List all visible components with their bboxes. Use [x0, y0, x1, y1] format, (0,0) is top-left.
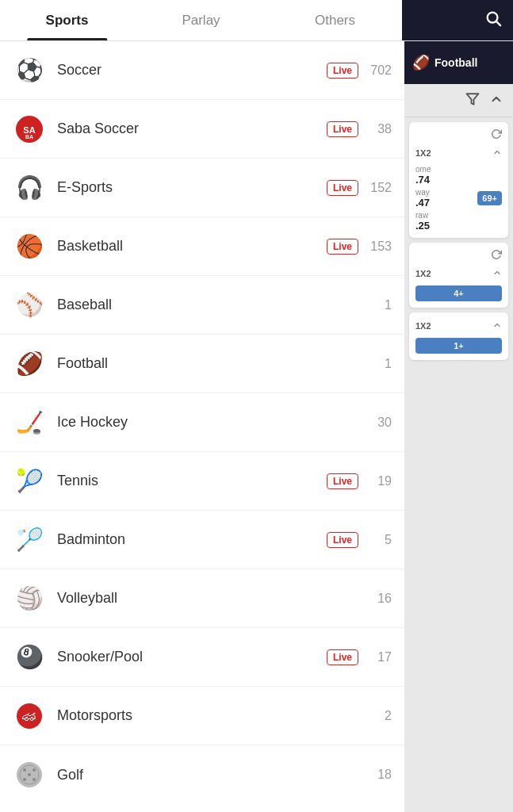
- odds-draw: raw .25: [415, 211, 502, 232]
- collapse-icon[interactable]: [489, 92, 503, 109]
- sport-name-esports: E-Sports: [57, 179, 327, 196]
- sport-count-ice-hockey: 30: [368, 416, 392, 430]
- chevron-up-icon-1[interactable]: [492, 146, 502, 160]
- live-badge-saba-soccer: Live: [327, 121, 358, 137]
- sport-item-ice-hockey[interactable]: 🏒 Ice Hockey 30: [0, 393, 404, 452]
- search-icon[interactable]: [484, 10, 502, 31]
- sport-item-snooker[interactable]: 🎱 Snooker/Pool Live 17: [0, 628, 404, 687]
- sport-name-ice-hockey: Ice Hockey: [57, 414, 368, 431]
- refresh-icon-1[interactable]: [491, 128, 502, 143]
- match-type-row-3: 1X2: [415, 319, 502, 333]
- rp-football-label: Football: [435, 56, 477, 69]
- sport-name-baseball: Baseball: [57, 297, 368, 313]
- match-card-1-header: [415, 128, 502, 143]
- sport-count-baseball: 1: [368, 298, 392, 312]
- sport-item-soccer[interactable]: ⚽ Soccer Live 702: [0, 41, 404, 100]
- refresh-icon-2[interactable]: [491, 249, 502, 263]
- svg-text:🏎: 🏎: [22, 708, 36, 724]
- saba-soccer-icon: SA BA: [13, 113, 46, 146]
- filter-icon[interactable]: [465, 92, 480, 109]
- sport-item-football[interactable]: 🏈 Football 1: [0, 335, 404, 393]
- sport-name-badminton: Badminton: [57, 531, 327, 548]
- tennis-icon: 🎾: [13, 465, 46, 498]
- chevron-up-icon-2[interactable]: [492, 266, 502, 281]
- baseball-icon: ⚾: [13, 289, 46, 322]
- svg-point-11: [28, 773, 31, 776]
- sport-item-golf[interactable]: Golf 18: [0, 745, 404, 804]
- sport-count-motorsports: 2: [368, 709, 392, 723]
- tab-parlay-label: Parlay: [182, 13, 220, 29]
- chevron-up-icon-3[interactable]: [492, 319, 502, 333]
- sport-count-basketball: 153: [368, 239, 392, 254]
- sport-count-golf: 18: [368, 768, 392, 782]
- odds-row-1: ome .74 way .47 69+ raw .25: [415, 165, 502, 232]
- live-badge-badminton: Live: [327, 532, 358, 548]
- rp-filter-row: [404, 84, 513, 117]
- sport-item-esports[interactable]: 🎧 E-Sports Live 152: [0, 159, 404, 217]
- svg-point-13: [33, 778, 36, 781]
- volleyball-icon: 🏐: [13, 582, 46, 615]
- tab-parlay[interactable]: Parlay: [134, 0, 268, 40]
- live-badge-basketball: Live: [327, 239, 358, 255]
- sport-name-saba-soccer: Saba Soccer: [57, 121, 327, 137]
- sport-name-basketball: Basketball: [57, 238, 327, 255]
- football-icon: 🏈: [13, 347, 46, 381]
- sport-item-tennis[interactable]: 🎾 Tennis Live 19: [0, 452, 404, 511]
- snooker-icon: 🎱: [13, 641, 46, 674]
- match-type-label-3: 1X2: [415, 321, 431, 331]
- sport-item-badminton[interactable]: 🏸 Badminton Live 5: [0, 511, 404, 569]
- tab-sports-label: Sports: [46, 13, 89, 29]
- match-type-row-1: 1X2: [415, 146, 502, 160]
- odds-plus-btn-1[interactable]: 69+: [477, 191, 502, 205]
- match-card-2: 1X2 4+: [409, 243, 508, 308]
- odds-away-label: way: [415, 188, 430, 197]
- golf-icon: [13, 758, 46, 791]
- sport-count-snooker: 17: [368, 650, 392, 665]
- ice-hockey-icon: 🏒: [13, 406, 46, 439]
- header-right: [402, 0, 513, 40]
- sport-item-baseball[interactable]: ⚾ Baseball 1: [0, 276, 404, 335]
- odds-home-value: .74: [415, 174, 431, 186]
- plus-btn-3[interactable]: 1+: [415, 338, 502, 354]
- match-type-row-2: 1X2: [415, 266, 502, 281]
- sport-name-golf: Golf: [57, 767, 368, 783]
- sport-name-football: Football: [57, 355, 368, 372]
- sport-item-motorsports[interactable]: 🏎 Motorsports 2: [0, 687, 404, 745]
- sport-item-saba-soccer[interactable]: SA BA Saba Soccer Live 38: [0, 100, 404, 159]
- sport-item-volleyball[interactable]: 🏐 Volleyball 16: [0, 569, 404, 628]
- match-card-1: 1X2 ome .74 way .47: [409, 122, 508, 238]
- svg-marker-14: [467, 94, 479, 105]
- basketball-icon: 🏀: [13, 230, 46, 263]
- svg-point-10: [33, 768, 36, 772]
- odds-away: way .47 69+: [415, 188, 502, 209]
- tab-sports[interactable]: Sports: [0, 0, 134, 40]
- motorsports-icon: 🏎: [13, 699, 46, 733]
- svg-point-9: [23, 768, 26, 772]
- sport-name-soccer: Soccer: [57, 62, 327, 79]
- main-layout: ⚽ Soccer Live 702 SA BA Saba Soccer Live…: [0, 41, 513, 812]
- odds-draw-value: .25: [415, 220, 430, 232]
- odds-away-value: .47: [415, 197, 430, 209]
- live-badge-snooker: Live: [327, 649, 358, 665]
- sport-count-volleyball: 16: [368, 592, 392, 606]
- tab-others[interactable]: Others: [268, 0, 402, 40]
- sport-count-tennis: 19: [368, 474, 392, 488]
- rp-football-icon: 🏈: [412, 54, 430, 71]
- sport-count-esports: 152: [368, 181, 392, 195]
- badminton-icon: 🏸: [13, 523, 46, 557]
- sport-item-basketball[interactable]: 🏀 Basketball Live 153: [0, 217, 404, 276]
- match-card-2-header: [415, 249, 502, 263]
- live-badge-tennis: Live: [327, 473, 358, 489]
- plus-btn-2[interactable]: 4+: [415, 285, 502, 301]
- sport-count-soccer: 702: [368, 63, 392, 78]
- sport-name-snooker: Snooker/Pool: [57, 649, 327, 665]
- right-panel: 🏈 Football: [404, 41, 513, 812]
- soccer-icon: ⚽: [13, 54, 46, 87]
- live-badge-esports: Live: [327, 180, 358, 196]
- esports-icon: 🎧: [13, 171, 46, 205]
- sport-name-tennis: Tennis: [57, 473, 327, 489]
- odds-draw-label: raw: [415, 211, 430, 220]
- match-type-label-1: 1X2: [415, 148, 431, 158]
- match-type-label-2: 1X2: [415, 269, 431, 278]
- svg-line-1: [496, 21, 500, 25]
